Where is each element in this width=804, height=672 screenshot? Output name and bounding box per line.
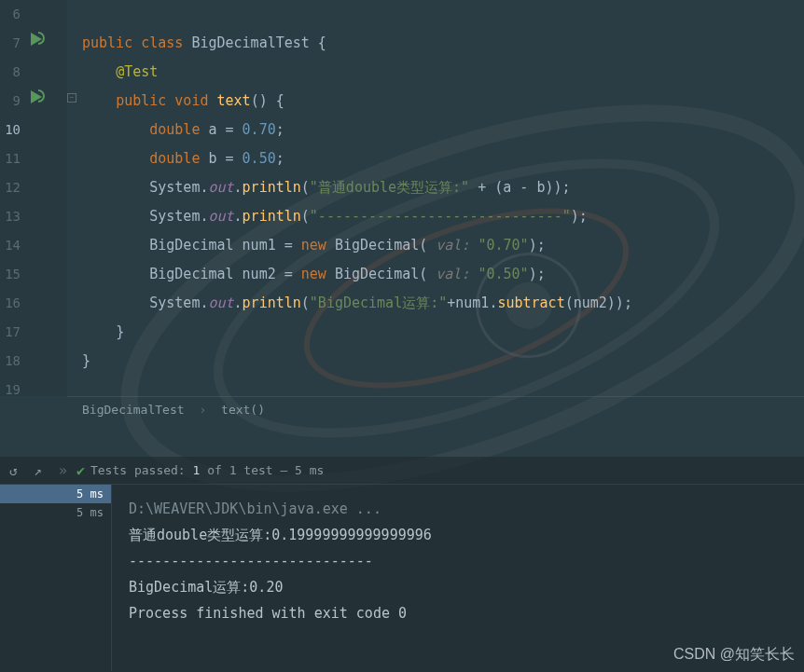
code-line: double b = 0.50; (82, 144, 632, 173)
linenum-active: 10 (0, 116, 22, 144)
code-line: System.out.println("BigDecimal运算:"+num1.… (82, 289, 632, 318)
code-line (82, 0, 632, 29)
run-class-icon[interactable] (28, 31, 45, 51)
linenum: 6 (0, 0, 22, 29)
test-status: Tests passed: 1 of 1 test – 5 ms (90, 463, 324, 477)
linenum: 15 (0, 260, 22, 289)
fold-column: − (67, 0, 78, 396)
console-output[interactable]: D:\WEAVER\JDK\bin\java.exe ... 普通double类… (112, 485, 804, 671)
chevrons-icon: » (59, 462, 67, 479)
breadcrumb-class[interactable]: BigDecimalTest (82, 403, 185, 417)
code-line: System.out.println("--------------------… (82, 202, 632, 231)
test-tree-item[interactable]: 5 ms (0, 503, 111, 522)
test-tree[interactable]: 5 ms 5 ms (0, 485, 112, 671)
run-test-icon[interactable] (28, 89, 45, 109)
linenum: 19 (0, 376, 22, 405)
check-icon: ✔ (76, 462, 85, 479)
code-line: public void text() { (82, 87, 632, 116)
code-line: } (82, 347, 632, 376)
code-line: public class BigDecimalTest { (82, 29, 632, 58)
console-line: BigDecimal运算:0.20 (129, 574, 787, 600)
linenum: 16 (0, 289, 22, 318)
breadcrumb-method[interactable]: text() (221, 403, 265, 417)
code-editor[interactable]: public class BigDecimalTest { @Test publ… (82, 0, 632, 405)
linenum: 12 (0, 173, 22, 202)
console-line: D:\WEAVER\JDK\bin\java.exe ... (129, 496, 787, 522)
chevron-right-icon: › (199, 403, 206, 417)
fold-handle-icon[interactable]: − (67, 93, 76, 103)
linenum: 17 (0, 318, 22, 347)
code-line: BigDecimal num1 = new BigDecimal( val: "… (82, 231, 632, 260)
watermark: CSDN @知笑长长 (673, 645, 795, 665)
test-panel: ↺ ↗ » ✔ Tests passed: 1 of 1 test – 5 ms… (0, 457, 804, 672)
console-line: Process finished with exit code 0 (129, 600, 787, 626)
linenum: 7 (0, 29, 22, 58)
test-toolbar: ↺ ↗ » ✔ Tests passed: 1 of 1 test – 5 ms (0, 457, 804, 485)
history-icon[interactable]: ↺ (9, 463, 17, 478)
code-line: @Test (82, 58, 632, 87)
breadcrumb[interactable]: BigDecimalTest › text() (82, 403, 265, 417)
expand-icon[interactable]: ↗ (34, 463, 41, 478)
linenum: 8 (0, 58, 22, 87)
code-line: System.out.println("普通double类型运算:" + (a … (82, 173, 632, 202)
test-tree-item[interactable]: 5 ms (0, 485, 111, 503)
code-line: BigDecimal num2 = new BigDecimal( val: "… (82, 260, 632, 289)
linenum: 13 (0, 202, 22, 231)
linenum: 11 (0, 144, 22, 173)
code-line: double a = 0.70; (82, 116, 632, 144)
code-line: } (82, 318, 632, 347)
console-line: 普通double类型运算:0.19999999999999996 (129, 522, 787, 548)
linenum: 18 (0, 347, 22, 376)
line-numbers: 6 7 8 9 10 11 12 13 14 15 16 17 18 19 (0, 0, 22, 405)
code-line (82, 376, 632, 405)
linenum: 9 (0, 87, 22, 116)
linenum: 14 (0, 231, 22, 260)
gutter: 6 7 8 9 10 11 12 13 14 15 16 17 18 19 (0, 0, 67, 396)
console-line: ----------------------------- (129, 548, 787, 574)
